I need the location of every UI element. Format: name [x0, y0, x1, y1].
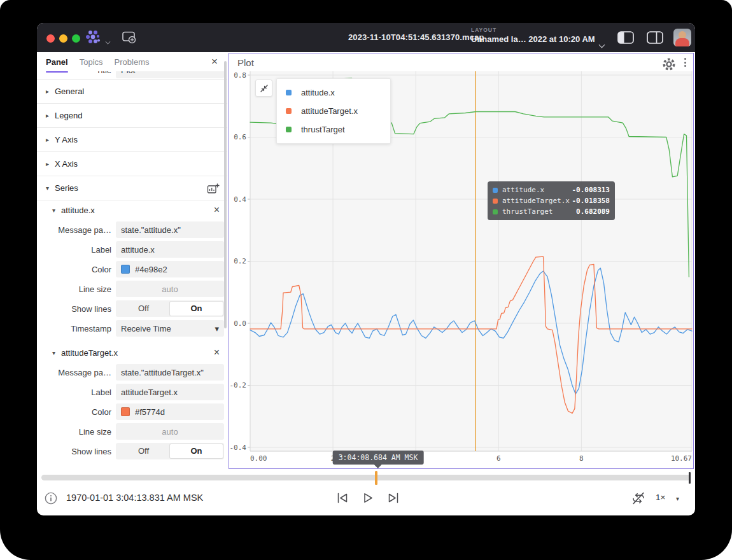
field-label: Line size — [37, 284, 111, 294]
sidebar-tab-topics[interactable]: Topics — [80, 53, 103, 71]
legend-item-attitude.x[interactable]: attitude.x — [277, 83, 390, 102]
dropdown-caret-icon: ▾ — [215, 324, 219, 333]
info-icon[interactable] — [45, 492, 57, 505]
window-zoom-button[interactable] — [72, 34, 80, 43]
legend-item-thrustTarget[interactable]: thrustTarget — [277, 120, 390, 139]
tooltip-series-value: -0.018358 — [572, 197, 610, 205]
field-label: Show lines — [37, 304, 111, 314]
right-sidebar-toggle-button[interactable] — [647, 31, 663, 44]
color-swatch[interactable] — [121, 407, 130, 416]
layout-label: LAYOUT — [471, 27, 595, 33]
field-input[interactable]: state."attitude.x" — [116, 221, 224, 238]
svg-text:-0.2: -0.2 — [230, 381, 247, 389]
sidebar-tabbar: PanelTopicsProblems × — [37, 52, 227, 71]
section-label: X Axis — [55, 159, 227, 169]
color-field[interactable]: #f5774d — [116, 403, 224, 420]
app-menu-chevron-icon[interactable] — [106, 35, 111, 40]
tooltip-color-swatch — [493, 199, 498, 204]
field-label: Message pa… — [37, 225, 111, 235]
color-field[interactable]: #4e98e2 — [116, 261, 224, 277]
series-subheader-attitudeTarget.x[interactable]: ▾attitudeTarget.x× — [37, 344, 227, 361]
sidebar-tab-panel[interactable]: Panel — [46, 53, 68, 71]
field-row-label: Labelattitude.x — [37, 241, 224, 258]
section-series[interactable]: ▾Series — [37, 176, 227, 200]
field-row-line-size: Line sizeauto — [37, 423, 224, 440]
tooltip-color-swatch — [493, 188, 498, 193]
timestamp-select[interactable]: Receive Time▾ — [116, 320, 224, 337]
left-sidebar-toggle-button[interactable] — [617, 31, 634, 44]
legend-label: attitudeTarget.x — [301, 106, 358, 116]
section-x-axis[interactable]: ▸X Axis — [37, 152, 227, 176]
svg-text:0.6: 0.6 — [234, 133, 246, 141]
svg-text:0.00: 0.00 — [250, 454, 267, 463]
remove-series-button[interactable]: × — [214, 347, 220, 358]
plot-panel[interactable]: Plot 0.80.60.40.20.0-0.2-0.40.00246810.6… — [229, 53, 694, 469]
add-series-icon[interactable] — [207, 183, 220, 194]
layout-name: Unnamed la… 2022 at 10:20 AM — [471, 34, 595, 44]
section-y-axis[interactable]: ▸Y Axis — [37, 128, 227, 152]
field-input[interactable]: auto — [116, 423, 224, 440]
loop-playback-off-icon[interactable] — [631, 491, 646, 506]
window-close-button[interactable] — [46, 34, 55, 43]
sidebar-settings-viewport: Title Plot ▸General▸Legend▸Y Axis▸X Axis… — [37, 71, 227, 469]
field-row-message-pa-: Message pa…state."attitude.x" — [37, 221, 224, 238]
legend-item-attitudeTarget.x[interactable]: attitudeTarget.x — [277, 102, 390, 120]
section-legend[interactable]: ▸Legend — [37, 104, 227, 128]
speed-dropdown-caret-icon[interactable]: ▾ — [676, 495, 679, 502]
tooltip-series-name: attitude.x — [502, 186, 572, 194]
sidebar-tabs-container: PanelTopicsProblems — [37, 53, 149, 71]
toggle-option-off[interactable]: Off — [117, 444, 170, 458]
playback-speed[interactable]: 1× — [656, 493, 665, 502]
add-panel-button[interactable] — [121, 30, 137, 45]
section-label: General — [55, 87, 227, 96]
sidebar-scrollbar[interactable] — [224, 61, 227, 328]
field-row-label: LabelattitudeTarget.x — [37, 384, 224, 400]
foxglove-logo-icon[interactable] — [85, 29, 102, 46]
field-label: Message pa… — [37, 368, 111, 377]
svg-text:-0.4: -0.4 — [230, 444, 247, 452]
sidebar-tab-problems[interactable]: Problems — [115, 53, 150, 71]
plot-legend: attitude.xattitudeTarget.xthrustTarget — [276, 78, 391, 144]
playback-scrubber-track[interactable] — [41, 475, 691, 480]
titlebar: 2023-11-10T04:51:45.631370.mcap LAYOUT U… — [37, 23, 695, 52]
panel-title-input[interactable]: Plot — [116, 71, 224, 78]
seek-backward-button[interactable] — [334, 489, 351, 506]
field-row-show-lines: Show linesOffOn — [37, 443, 224, 459]
field-row-color: Color#4e98e2 — [37, 261, 224, 277]
play-button[interactable] — [360, 489, 376, 506]
field-input[interactable]: attitudeTarget.x — [116, 384, 224, 400]
layout-chevron-icon[interactable] — [600, 38, 604, 50]
field-input[interactable]: state."attitudeTarget.x" — [116, 364, 224, 381]
toggle-option-off[interactable]: Off — [117, 302, 170, 316]
series-name: attitude.x — [61, 206, 214, 215]
series-subheader-attitude.x[interactable]: ▾attitude.x× — [37, 202, 227, 218]
show-lines-toggle[interactable]: OffOn — [116, 443, 224, 459]
field-input[interactable]: attitude.x — [116, 241, 224, 258]
field-input[interactable]: auto — [116, 281, 224, 297]
caret-collapsed-icon: ▸ — [46, 88, 53, 95]
user-avatar[interactable] — [673, 29, 691, 46]
remove-series-button[interactable]: × — [214, 205, 220, 215]
layout-menu-button[interactable]: LAYOUT Unnamed la… 2022 at 10:20 AM — [471, 27, 595, 44]
plot-panel-title: Plot — [237, 57, 660, 68]
panel-settings-gear-icon[interactable] — [660, 55, 674, 69]
playback-playhead-marker[interactable] — [375, 471, 377, 485]
series-name: attitudeTarget.x — [61, 348, 214, 358]
window-minimize-button[interactable] — [59, 34, 67, 43]
toggle-option-on[interactable]: On — [170, 444, 223, 458]
field-row-line-size: Line sizeauto — [37, 281, 224, 297]
sidebar-close-button[interactable]: × — [207, 54, 222, 69]
caret-collapsed-icon: ▸ — [46, 160, 53, 167]
svg-text:0.0: 0.0 — [234, 319, 246, 328]
legend-label: thrustTarget — [301, 125, 345, 134]
show-lines-toggle[interactable]: OffOn — [116, 300, 224, 317]
field-label: Color — [37, 407, 111, 417]
color-swatch[interactable] — [121, 265, 130, 274]
tooltip-row-thrustTarget: thrustTarget0.682089 — [493, 206, 610, 217]
field-label: Timestamp — [37, 324, 111, 333]
toggle-option-on[interactable]: On — [170, 302, 223, 316]
panel-menu-kebab-icon[interactable] — [680, 55, 689, 69]
legend-collapse-button[interactable] — [255, 80, 272, 97]
seek-forward-button[interactable] — [385, 489, 402, 506]
section-general[interactable]: ▸General — [37, 80, 227, 104]
